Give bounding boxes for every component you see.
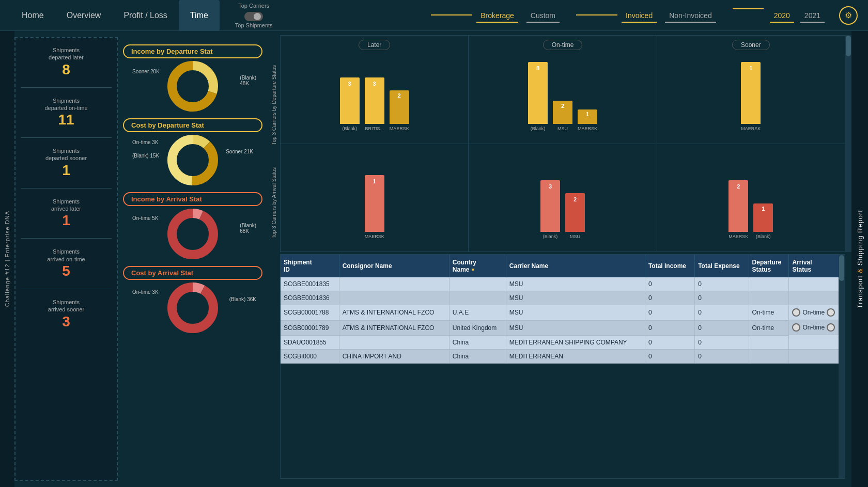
cost-dep-label-ontime: On-time 3K bbox=[132, 139, 159, 145]
filter-group-1: Brokerage Custom bbox=[431, 8, 560, 23]
bar-later-blank-val: 3 bbox=[348, 81, 351, 87]
income-arrival-donut bbox=[164, 208, 221, 260]
col-header-country[interactable]: CountryName▼ bbox=[449, 255, 506, 277]
bar-title-sooner: Sooner bbox=[732, 40, 770, 50]
stat-arrived-later: Shipmentsarrived later 1 bbox=[21, 195, 112, 232]
cost-arr-label-blank: (Blank) 36K bbox=[229, 296, 256, 302]
stat-arrived-ontime-label: Shipmentsarrived on-time bbox=[21, 248, 112, 263]
sort-arrow-country: ▼ bbox=[471, 267, 476, 273]
cell-id: SCGBE0001835 bbox=[281, 277, 339, 291]
bar-arr-ontime-msu-val: 2 bbox=[574, 196, 577, 202]
shipments-table: ShipmentID Consignor Name CountryName▼ C… bbox=[281, 255, 845, 364]
table-scrollbar[interactable] bbox=[839, 255, 845, 478]
table-row: SCGBE0001835 MSU 0 0 bbox=[281, 277, 845, 291]
cell-consignor: CHINA IMPORT AND bbox=[339, 349, 449, 363]
toggle-top-shipments-label: Top Shipments bbox=[235, 22, 273, 28]
challenge-text: Challenge #12 | Enterprise DNA bbox=[4, 211, 10, 307]
cell-expense: 0 bbox=[695, 349, 749, 363]
filter-invoiced[interactable]: Invoiced bbox=[622, 9, 657, 23]
stat-arrived-sooner: Shipmentsarrived sooner 3 bbox=[21, 295, 112, 333]
filter-brokerage[interactable]: Brokerage bbox=[476, 9, 518, 23]
scrollbar-thumb bbox=[846, 36, 851, 56]
cell-dep-status bbox=[749, 291, 789, 305]
cell-id: SCGBE0001836 bbox=[281, 291, 339, 305]
arr-status-radio[interactable] bbox=[792, 308, 800, 317]
stat-departed-later: Shipmentsdeparted later 8 bbox=[21, 43, 112, 81]
arr-status-radio4[interactable] bbox=[827, 323, 835, 332]
col-header-arr-status: ArrivalStatus bbox=[789, 255, 845, 277]
bar-later-maersk-val: 2 bbox=[398, 92, 401, 99]
year-2021[interactable]: 2021 bbox=[800, 9, 825, 23]
col-header-consignor: Consignor Name bbox=[339, 255, 449, 277]
cell-income: 0 bbox=[645, 291, 694, 305]
arr-status-radio2[interactable] bbox=[827, 308, 835, 317]
table-row: SCGB00001789 ATMS & INTERNATIONAL FZCO U… bbox=[281, 320, 845, 335]
chart-scrollbar[interactable] bbox=[845, 35, 851, 252]
cell-dep-status bbox=[749, 335, 789, 349]
nav-profit-loss[interactable]: Profit / Loss bbox=[112, 0, 178, 31]
bar-arr-later-maersk-label: MAERSK bbox=[365, 234, 384, 239]
bar-ontime-blank-label: (Blank) bbox=[531, 126, 546, 131]
income-arrival-title: Income by Arrival Stat bbox=[123, 192, 262, 206]
report-icon[interactable]: ⚙ bbox=[839, 6, 858, 25]
year-2020[interactable]: 2020 bbox=[770, 9, 794, 23]
cell-income: 0 bbox=[645, 320, 694, 335]
bar-ontime-msu-val: 2 bbox=[561, 103, 564, 109]
cell-country: China bbox=[449, 349, 506, 363]
cell-id: SCGB00001788 bbox=[281, 305, 339, 321]
shipments-table-container: ShipmentID Consignor Name CountryName▼ C… bbox=[280, 254, 845, 479]
cell-dep-status: On-time bbox=[749, 320, 789, 335]
cell-income: 0 bbox=[645, 305, 694, 321]
table-scrollbar-thumb bbox=[839, 255, 844, 281]
bar-sooner-maersk-label: MAERSK bbox=[741, 126, 761, 131]
stat-departed-sooner-label: Shipmentsdeparted sooner bbox=[21, 147, 112, 162]
cell-expense: 0 bbox=[695, 320, 749, 335]
filter-non-invoiced[interactable]: Non-Invoiced bbox=[665, 9, 716, 23]
left-challenge-label: Challenge #12 | Enterprise DNA bbox=[0, 31, 14, 487]
toggle-top-carriers-label: Top Carriers bbox=[238, 3, 269, 9]
cell-arr-status bbox=[789, 349, 845, 363]
bar-arr-ontime-msu-label: MSU bbox=[570, 234, 580, 239]
stat-departed-sooner: Shipmentsdeparted sooner 1 bbox=[21, 144, 112, 182]
cost-dep-label-sooner: Sooner 21K bbox=[226, 149, 253, 154]
cell-country: United Kingdom bbox=[449, 320, 506, 335]
nav-time[interactable]: Time bbox=[179, 0, 220, 31]
cell-arr-status bbox=[789, 335, 845, 349]
cell-carrier: MSU bbox=[506, 320, 645, 335]
stat-arrived-later-value: 1 bbox=[21, 212, 112, 229]
income-arr-label-ontime: On-time 5K bbox=[132, 215, 159, 221]
filter-custom[interactable]: Custom bbox=[526, 9, 560, 23]
stat-departed-ontime-label: Shipmentsdeparted on-time bbox=[21, 97, 112, 112]
cell-arr-status: On-time bbox=[789, 305, 844, 320]
arrival-axis-label: Top 3 Carriers by Arrival Status bbox=[271, 167, 277, 239]
main-content: Shipmentsdeparted later 8 Shipmentsdepar… bbox=[14, 31, 851, 487]
cell-income: 0 bbox=[645, 349, 694, 363]
bar-ontime-msu-label: MSU bbox=[557, 126, 568, 131]
nav-home[interactable]: Home bbox=[10, 0, 55, 31]
cell-dep-status bbox=[749, 277, 789, 291]
stat-arrived-ontime: Shipmentsarrived on-time 5 bbox=[21, 245, 112, 282]
top-carriers-toggle[interactable] bbox=[244, 12, 263, 21]
nav-overview[interactable]: Overview bbox=[55, 0, 113, 31]
table-row: SCGBI0000 CHINA IMPORT AND China MEDITER… bbox=[281, 349, 845, 363]
cell-expense: 0 bbox=[695, 335, 749, 349]
left-stats-panel: Shipmentsdeparted later 8 Shipmentsdepar… bbox=[14, 37, 118, 481]
cell-country: U.A.E bbox=[449, 305, 506, 321]
cell-consignor: ATMS & INTERNATIONAL FZCO bbox=[339, 320, 449, 335]
cost-departure-title: Cost by Departure Stat bbox=[123, 118, 262, 132]
col-header-carrier: Carrier Name bbox=[506, 255, 645, 277]
income-arrival-donut-wrap: On-time 5K (Blank)68K bbox=[123, 208, 262, 260]
cell-income: 0 bbox=[645, 277, 694, 291]
income-departure-title: Income by Departure Stat bbox=[123, 44, 262, 58]
cost-departure-donut bbox=[164, 134, 221, 186]
bar-later-british-label: BRITIS... bbox=[365, 126, 384, 131]
bar-arr-sooner-maersk-val: 2 bbox=[737, 183, 740, 190]
bar-arr-ontime-blank-label: (Blank) bbox=[543, 234, 558, 239]
table-row: SCGB00001788 ATMS & INTERNATIONAL FZCO U… bbox=[281, 305, 845, 321]
stat-departed-ontime: Shipmentsdeparted on-time 11 bbox=[21, 94, 112, 132]
arr-status-radio3[interactable] bbox=[792, 323, 800, 332]
top-nav: Home Overview Profit / Loss Time Top Car… bbox=[0, 0, 868, 31]
bar-later-maersk-label: MAERSK bbox=[390, 126, 409, 131]
stat-arrived-sooner-label: Shipmentsarrived sooner bbox=[21, 299, 112, 313]
cell-carrier: MEDITERRANEAN bbox=[506, 349, 645, 363]
